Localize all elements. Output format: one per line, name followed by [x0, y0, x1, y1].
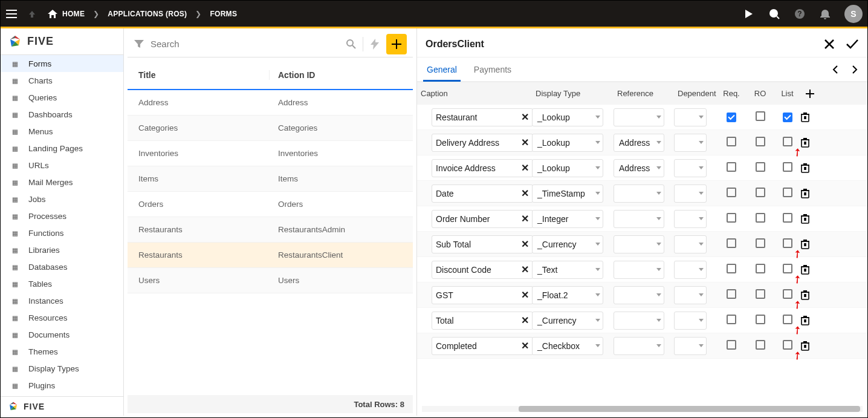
tab-general[interactable]: General	[423, 57, 461, 81]
checkbox[interactable]	[727, 113, 736, 122]
checkbox[interactable]	[756, 289, 765, 299]
delete-icon[interactable]	[801, 214, 819, 224]
breadcrumb-home[interactable]: HOME	[47, 8, 85, 20]
checkbox[interactable]	[756, 188, 765, 197]
caption-input[interactable]: Delivery Address✕	[432, 134, 533, 152]
sidebar-item-charts[interactable]: ▦Charts	[1, 72, 123, 89]
caption-input[interactable]: Invoice Address✕	[432, 159, 533, 177]
flash-icon[interactable]	[369, 39, 380, 50]
checkbox[interactable]	[756, 340, 765, 350]
reference-select[interactable]	[614, 286, 664, 304]
col-header-display[interactable]: Display Type	[532, 89, 614, 98]
add-field-button[interactable]	[801, 90, 819, 98]
checkbox[interactable]	[783, 264, 792, 273]
breadcrumb-applications[interactable]: APPLICATIONS (ROS)	[108, 10, 187, 18]
horizontal-scrollbar[interactable]	[422, 406, 863, 412]
display-type-select[interactable]: _Checkbox	[532, 337, 603, 355]
dependent-select[interactable]	[674, 134, 707, 152]
col-header-caption[interactable]: Caption	[417, 89, 532, 98]
reference-select[interactable]	[614, 261, 664, 279]
display-type-select[interactable]: _Integer	[532, 210, 603, 228]
filter-icon[interactable]	[134, 39, 144, 50]
search-input[interactable]	[151, 39, 340, 49]
col-header-dependent[interactable]: Dependent	[674, 89, 716, 98]
delete-icon[interactable]	[801, 138, 819, 148]
display-type-select[interactable]: _Lookup	[532, 108, 603, 126]
clear-icon[interactable]: ✕	[521, 264, 529, 275]
sidebar-item-jobs[interactable]: ▦Jobs	[1, 191, 123, 207]
sidebar-item-queries[interactable]: ▦Queries	[1, 89, 123, 106]
reference-select[interactable]: Address	[614, 134, 664, 152]
bell-icon[interactable]	[819, 8, 831, 20]
reference-select[interactable]	[614, 108, 664, 126]
reference-select[interactable]	[614, 337, 664, 355]
col-header-reference[interactable]: Reference	[614, 89, 674, 98]
sidebar-item-display-types[interactable]: ▦Display Types	[1, 360, 123, 377]
sidebar-item-resources[interactable]: ▦Resources	[1, 309, 123, 326]
checkbox[interactable]	[783, 238, 792, 248]
caption-input[interactable]: GST✕	[432, 286, 533, 304]
caption-input[interactable]: Total✕	[432, 312, 533, 330]
check-icon[interactable]	[846, 38, 859, 51]
checkbox[interactable]	[727, 264, 736, 273]
dependent-select[interactable]	[674, 210, 707, 228]
dependent-select[interactable]	[674, 185, 707, 203]
inspect-icon[interactable]	[768, 8, 780, 20]
delete-icon[interactable]	[801, 163, 819, 173]
sidebar-item-documents[interactable]: ▦Documents	[1, 326, 123, 343]
close-icon[interactable]	[823, 38, 836, 51]
checkbox[interactable]	[783, 315, 792, 324]
dependent-select[interactable]	[674, 108, 707, 126]
clear-icon[interactable]: ✕	[521, 340, 529, 351]
checkbox[interactable]	[783, 340, 792, 350]
delete-icon[interactable]	[801, 341, 819, 351]
checkbox[interactable]	[756, 264, 765, 273]
checkbox[interactable]	[783, 162, 792, 172]
col-header-req[interactable]: Req.	[716, 89, 747, 98]
checkbox[interactable]	[727, 188, 736, 197]
caption-input[interactable]: Restaurant✕	[432, 108, 533, 126]
checkbox[interactable]	[783, 188, 792, 197]
list-row[interactable]: RestaurantsRestaurantsClient	[128, 243, 413, 268]
tab-prev-icon[interactable]	[829, 63, 842, 76]
dependent-select[interactable]	[674, 312, 707, 330]
tab-payments[interactable]: Payments	[470, 57, 515, 81]
clear-icon[interactable]: ✕	[521, 213, 529, 224]
col-header-title[interactable]: Title	[128, 70, 270, 80]
sidebar-item-databases[interactable]: ▦Databases	[1, 258, 123, 275]
sidebar-item-libraries[interactable]: ▦Libraries	[1, 241, 123, 258]
delete-icon[interactable]	[801, 265, 819, 275]
clear-icon[interactable]: ✕	[521, 162, 529, 174]
checkbox[interactable]	[727, 315, 736, 324]
display-type-select[interactable]: _TimeStamp	[532, 185, 603, 203]
sidebar-item-functions[interactable]: ▦Functions	[1, 224, 123, 241]
col-header-action[interactable]: Action ID	[270, 70, 413, 80]
caption-input[interactable]: Sub Total✕	[432, 235, 533, 253]
caption-input[interactable]: Completed✕	[432, 337, 533, 355]
display-type-select[interactable]: _Currency	[532, 312, 603, 330]
reference-select[interactable]	[614, 210, 664, 228]
tab-next-icon[interactable]	[848, 63, 861, 76]
reference-select[interactable]	[614, 235, 664, 253]
breadcrumb-forms[interactable]: FORMS	[210, 10, 237, 18]
display-type-select[interactable]: _Lookup	[532, 159, 603, 177]
display-type-select[interactable]: _Text	[532, 261, 603, 279]
checkbox[interactable]	[756, 238, 765, 248]
checkbox[interactable]	[756, 213, 765, 223]
sidebar-item-forms[interactable]: ▦Forms	[1, 55, 123, 72]
list-row[interactable]: InventoriesInventories	[128, 141, 413, 166]
sidebar-item-themes[interactable]: ▦Themes	[1, 343, 123, 360]
sidebar-item-dashboards[interactable]: ▦Dashboards	[1, 106, 123, 123]
dependent-select[interactable]	[674, 235, 707, 253]
delete-icon[interactable]	[801, 189, 819, 198]
sidebar-item-menus[interactable]: ▦Menus	[1, 123, 123, 140]
dependent-select[interactable]	[674, 159, 707, 177]
delete-icon[interactable]	[801, 290, 819, 300]
clear-icon[interactable]: ✕	[521, 111, 529, 123]
caption-input[interactable]: Date✕	[432, 185, 533, 203]
reference-select[interactable]	[614, 185, 664, 203]
sidebar-item-landing-pages[interactable]: ▦Landing Pages	[1, 140, 123, 157]
clear-icon[interactable]: ✕	[521, 315, 529, 326]
sidebar-item-mail-merges[interactable]: ▦Mail Merges	[1, 174, 123, 191]
display-type-select[interactable]: _Float.2	[532, 286, 603, 304]
